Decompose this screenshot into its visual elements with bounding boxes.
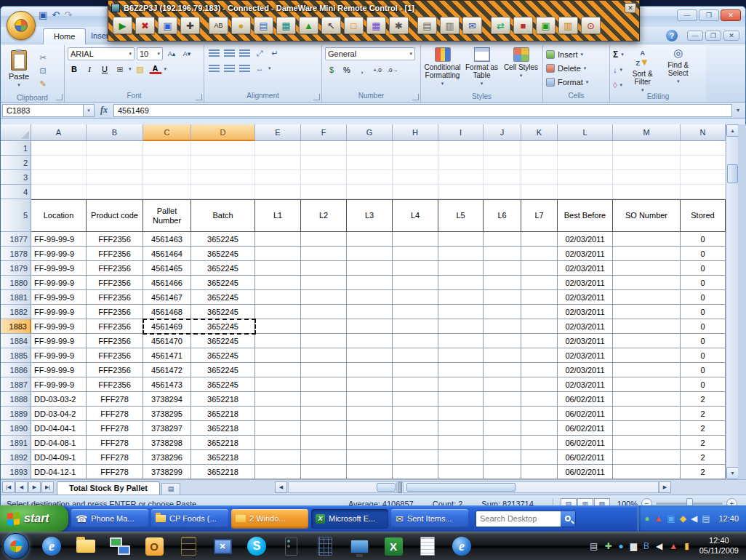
autosum-button[interactable]: Σ▾ (613, 47, 624, 61)
row-header-1887[interactable]: 1887 (1, 377, 31, 392)
cell-N1[interactable] (681, 141, 726, 156)
cell-M1881[interactable] (613, 290, 681, 305)
cell-H1893[interactable] (393, 465, 438, 479)
row-header-1892[interactable]: 1892 (1, 450, 31, 465)
cell-F1883[interactable] (301, 319, 347, 334)
cell-M1884[interactable] (613, 334, 681, 348)
cell-E1879[interactable] (255, 261, 301, 276)
cell-A3[interactable] (31, 170, 87, 185)
display-tray-icon[interactable]: ▤ (702, 514, 710, 523)
column-header-K[interactable]: K (521, 124, 558, 141)
cell-N1880[interactable]: 0 (681, 276, 726, 290)
cell-F5[interactable]: L2 (301, 199, 347, 232)
cell-G1879[interactable] (347, 261, 393, 276)
cell-C1891[interactable]: 3738298 (143, 436, 191, 450)
toolbox-icon[interactable]: ■ (513, 17, 533, 34)
first-sheet-icon[interactable]: |◀ (2, 481, 15, 493)
cell-D2[interactable] (191, 156, 255, 170)
row-header-1879[interactable]: 1879 (1, 261, 31, 276)
cell-F1889[interactable] (301, 407, 347, 421)
row-header-1881[interactable]: 1881 (1, 290, 31, 305)
row-header-2[interactable]: 2 (1, 156, 31, 170)
pane-split-handle[interactable] (398, 481, 402, 493)
hscroll-right-icon[interactable]: ▶ (659, 481, 671, 493)
cell-L4[interactable] (558, 185, 613, 199)
cell-H4[interactable] (393, 185, 438, 199)
cell-D1888[interactable]: 3652218 (191, 392, 255, 407)
help-button[interactable]: ? (666, 30, 678, 41)
cell-A1887[interactable]: FF-99-99-9 (31, 377, 87, 392)
font-name-combo[interactable]: ARIAL▾ (68, 47, 135, 60)
cell-N1888[interactable]: 2 (681, 392, 726, 407)
cell-F3[interactable] (301, 170, 347, 185)
cell-N2[interactable] (681, 156, 726, 170)
cell-I1892[interactable] (438, 450, 484, 465)
cell-G1883[interactable] (347, 319, 393, 334)
cell-D4[interactable] (191, 185, 255, 199)
cell-D1883[interactable]: 3652245 (191, 319, 255, 334)
cell-M1880[interactable] (613, 276, 681, 290)
cell-A1877[interactable]: FF-99-99-9 (31, 232, 87, 247)
cell-L1881[interactable]: 02/03/2011 (558, 290, 613, 305)
insert-worksheet-tab[interactable]: ▤ (161, 483, 180, 495)
cell-C1879[interactable]: 4561465 (143, 261, 191, 276)
cell-I1891[interactable] (438, 436, 484, 450)
cell-J2[interactable] (484, 156, 521, 170)
cell-F1880[interactable] (301, 276, 347, 290)
cell-M1887[interactable] (613, 377, 681, 392)
cell-L1878[interactable]: 02/03/2011 (558, 247, 613, 261)
cell-B1878[interactable]: FFF2356 (87, 247, 143, 261)
cell-B3[interactable] (87, 170, 143, 185)
cell-K1892[interactable] (521, 450, 558, 465)
row-header-5[interactable]: 5 (1, 199, 31, 232)
cell-B1888[interactable]: FFF278 (87, 392, 143, 407)
cell-D1885[interactable]: 3652245 (191, 348, 255, 363)
hscroll-thumb-left[interactable] (377, 483, 396, 492)
cell-G1888[interactable] (347, 392, 393, 407)
cell-L1886[interactable]: 02/03/2011 (558, 363, 613, 377)
font-color-icon[interactable]: A (149, 64, 162, 74)
cell-F1887[interactable] (301, 377, 347, 392)
cell-I1880[interactable] (438, 276, 484, 290)
cell-J1882[interactable] (484, 305, 521, 319)
network2-tray-icon[interactable]: ▆ (630, 542, 637, 551)
cell-G1891[interactable] (347, 436, 393, 450)
cell-A1880[interactable]: FF-99-99-9 (31, 276, 87, 290)
performance-icon[interactable]: ▦ (276, 17, 296, 34)
cell-D5[interactable]: Batch (191, 199, 255, 232)
cell-F1881[interactable] (301, 290, 347, 305)
cell-B1883[interactable]: FFF2356 (87, 319, 143, 334)
cell-L1884[interactable]: 02/03/2011 (558, 334, 613, 348)
cell-D1893[interactable]: 3652218 (191, 465, 255, 479)
row-header-1888[interactable]: 1888 (1, 392, 31, 407)
cell-N1877[interactable]: 0 (681, 232, 726, 247)
cell-C4[interactable] (143, 185, 191, 199)
cell-C1887[interactable]: 4561473 (143, 377, 191, 392)
cell-E5[interactable]: L1 (255, 199, 301, 232)
cell-L2[interactable] (558, 156, 613, 170)
cell-D1891[interactable]: 3652218 (191, 436, 255, 450)
underline-button[interactable]: U (98, 63, 111, 75)
internet-explorer-2-icon[interactable]: e (451, 535, 473, 557)
cell-I1881[interactable] (438, 290, 484, 305)
switch-display-icon[interactable]: ⇄ (491, 17, 510, 34)
cell-G1884[interactable] (347, 334, 393, 348)
cell-C1893[interactable]: 3738299 (143, 465, 191, 479)
cell-M3[interactable] (613, 170, 681, 185)
row-header-1884[interactable]: 1884 (1, 334, 31, 348)
cell-K3[interactable] (521, 170, 558, 185)
cell-K1891[interactable] (521, 436, 558, 450)
cell-B5[interactable]: Product code (87, 199, 143, 232)
cell-B1882[interactable]: FFF2356 (87, 305, 143, 319)
cell-C1888[interactable]: 3738294 (143, 392, 191, 407)
cell-H1890[interactable] (393, 421, 438, 436)
skype-icon[interactable]: S (246, 535, 268, 557)
cell-I1879[interactable] (438, 261, 484, 276)
cell-B1[interactable] (87, 141, 143, 156)
cell-E1884[interactable] (255, 334, 301, 348)
display-settings-icon[interactable] (348, 535, 370, 557)
cell-J1892[interactable] (484, 450, 521, 465)
cell-C1883[interactable]: 4561469 (143, 319, 191, 334)
cell-N3[interactable] (681, 170, 726, 185)
cell-M1890[interactable] (613, 421, 681, 436)
